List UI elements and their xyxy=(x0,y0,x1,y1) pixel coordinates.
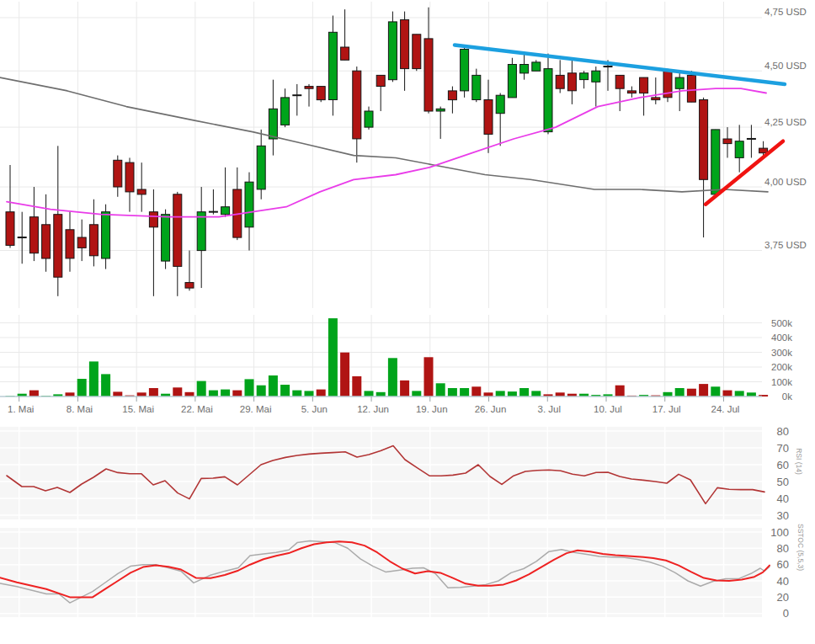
candle-up xyxy=(281,98,290,125)
volume-bar xyxy=(209,391,218,397)
stoch-panel: 100806040200SSTOC (5,5,3) xyxy=(0,524,805,620)
chart-canvas[interactable]: 4,75 USD4,50 USD4,25 USD4,00 USD3,75 USD… xyxy=(0,0,815,644)
candle-up xyxy=(221,207,230,215)
price-axis-label: 4,25 USD xyxy=(764,117,807,127)
rsi-axis-label: 60 xyxy=(777,459,789,471)
candle-up xyxy=(245,182,253,227)
volume-bar xyxy=(280,385,290,397)
candle-up xyxy=(520,65,529,73)
candle-up xyxy=(102,212,110,258)
rsi-axis-label: 50 xyxy=(777,476,789,488)
candle-up xyxy=(269,109,277,139)
volume-series xyxy=(0,318,768,402)
volume-bar xyxy=(699,384,708,397)
stock-chart[interactable]: 4,75 USD4,50 USD4,25 USD4,00 USD3,75 USD… xyxy=(0,0,815,644)
candle-up xyxy=(580,73,589,80)
volume-bar xyxy=(232,391,242,397)
date-axis-label: 12. Jun xyxy=(357,404,389,414)
volume-bar xyxy=(149,388,158,397)
candle-down xyxy=(640,77,648,93)
volume-bar xyxy=(173,387,182,397)
date-axis-label: 17. Jul xyxy=(653,404,681,414)
stoch-axis-label: 0 xyxy=(783,607,789,620)
volume-bar xyxy=(400,381,409,397)
candle-up xyxy=(461,50,469,91)
volume-axis-label: 200k xyxy=(771,362,792,372)
candle-down xyxy=(627,91,636,93)
volume-bar xyxy=(471,386,481,397)
volume-bar xyxy=(29,391,39,397)
candle-down xyxy=(77,237,86,247)
volume-bar xyxy=(735,391,744,397)
volume-bar xyxy=(448,388,457,397)
candle-down xyxy=(484,100,493,135)
candlestick-series xyxy=(6,8,768,296)
price-axis-label: 4,50 USD xyxy=(764,61,807,71)
volume-bar xyxy=(365,391,374,397)
candle-up xyxy=(328,32,337,99)
candle-up xyxy=(508,65,516,98)
candle-down xyxy=(137,189,146,194)
volume-bar xyxy=(412,391,421,397)
volume-bar xyxy=(460,388,469,397)
rsi-axis-label: 40 xyxy=(777,492,789,505)
candle-down xyxy=(723,139,732,144)
candle-down xyxy=(567,73,576,91)
candle-down xyxy=(125,162,134,192)
ma-fast-line xyxy=(7,88,766,217)
candle-up xyxy=(472,75,481,99)
volume-bar xyxy=(113,391,122,397)
candle-down xyxy=(615,75,624,88)
volume-bar xyxy=(687,389,696,397)
stoch-panel-bg xyxy=(0,528,762,617)
candle-down xyxy=(413,35,421,69)
stoch-axis-label: 100 xyxy=(770,526,789,539)
candle-down xyxy=(353,71,361,139)
candle-down xyxy=(401,19,409,68)
rsi-panel: 807060504030RSI (14) xyxy=(0,425,803,522)
rsi-panel-bg xyxy=(0,427,762,519)
volume-bar xyxy=(496,391,505,397)
candle-down xyxy=(6,212,14,246)
candle-up xyxy=(388,22,397,80)
candle-down xyxy=(89,225,98,256)
volume-bar xyxy=(340,353,349,397)
volume-bar xyxy=(89,361,99,397)
candle-up xyxy=(711,130,720,194)
date-axis-label: 10. Jul xyxy=(594,404,622,414)
stoch-axis-label: 40 xyxy=(777,575,789,588)
price-axis-label: 4,75 USD xyxy=(764,7,807,17)
candle-down xyxy=(305,87,313,89)
volume-bar xyxy=(245,379,254,397)
date-axis-label: 29. Mai xyxy=(240,404,272,414)
volume-bar xyxy=(615,386,625,397)
candle-down xyxy=(652,98,660,100)
candle-down xyxy=(54,215,62,278)
date-axis-label: 15. Mai xyxy=(122,404,154,414)
rsi-title: RSI (14) xyxy=(795,448,803,475)
candle-up xyxy=(735,141,743,158)
volume-axis-label: 300k xyxy=(771,348,792,358)
rsi-axis-label: 80 xyxy=(777,425,789,438)
volume-bar xyxy=(531,391,541,397)
candle-up xyxy=(365,111,373,127)
stoch-axis-label: 20 xyxy=(777,591,789,604)
date-axis-label: 24. Jul xyxy=(711,404,740,414)
volume-bar xyxy=(77,379,87,397)
stoch-axis-label: 80 xyxy=(777,542,789,555)
candle-down xyxy=(759,148,768,153)
candle-down xyxy=(687,75,695,102)
volume-bar xyxy=(723,391,732,397)
volume-bar xyxy=(269,375,278,397)
volume-bar xyxy=(101,374,110,397)
stoch-title: SSTOC (5,5,3) xyxy=(796,524,805,571)
volume-bar xyxy=(424,357,434,397)
candle-down xyxy=(149,212,157,227)
date-axis-label: 8. Mai xyxy=(67,404,93,414)
candle-down xyxy=(42,225,51,258)
volume-axis-label: 0k xyxy=(782,391,792,402)
volume-bar xyxy=(257,386,266,397)
candle-down xyxy=(29,217,38,253)
date-axis-label: 5. Jun xyxy=(301,404,328,414)
candle-up xyxy=(257,146,265,189)
